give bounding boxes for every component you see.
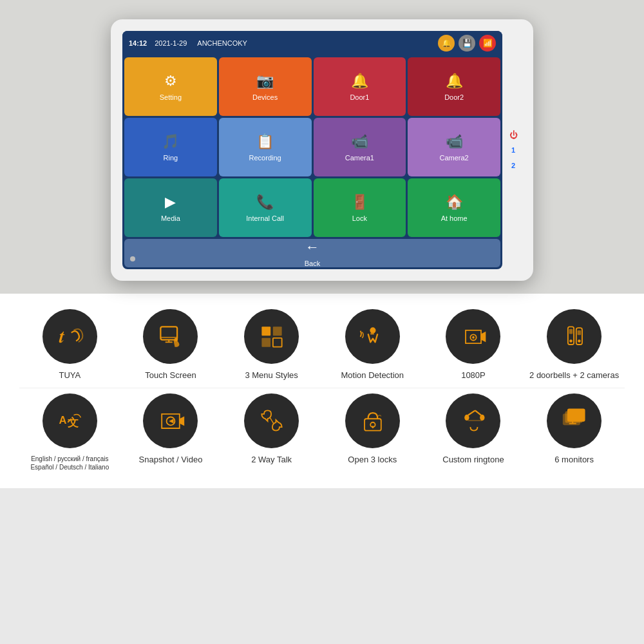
device-indicator-dot (130, 256, 135, 261)
tile-door1[interactable]: 🔔 Door1 (314, 57, 406, 116)
svg-rect-9 (272, 337, 281, 346)
feature-1080p: 1080P (428, 309, 518, 381)
1080p-circle (446, 309, 500, 364)
svg-point-20 (578, 339, 581, 343)
languages-circle: A 文 (43, 393, 97, 448)
side-panel: ⏻ 1 2 (507, 126, 519, 174)
device-frame: 14:12 2021-1-29 ANCHENCOKY 🔔 💾 📶 ⚙ Setti… (111, 19, 533, 281)
tile-lock[interactable]: 🚪 Lock (314, 178, 406, 237)
tile-recording[interactable]: 📋 Recording (219, 118, 312, 176)
svg-rect-6 (261, 327, 270, 336)
tile-devices-label: Devices (252, 93, 278, 101)
2way-label: 2 Way Talk (251, 455, 292, 466)
touch-screen-circle (143, 309, 198, 364)
button-2[interactable]: 2 (507, 160, 519, 171)
locks-circle (345, 393, 400, 448)
tile-setting-label: Setting (160, 93, 182, 101)
menu-styles-circle (244, 309, 299, 364)
power-button[interactable]: ⏻ (507, 129, 519, 140)
svg-rect-37 (567, 410, 584, 421)
1080p-icon (459, 322, 488, 352)
motion-detection-icon (357, 322, 387, 352)
features-row-2: A 文 English / русский / français Español… (19, 393, 625, 471)
snapshot-label: Snapshot / Video (139, 455, 203, 466)
monitors-circle (547, 393, 601, 448)
devices-icon: 📷 (256, 73, 274, 90)
2way-circle (244, 393, 299, 448)
doorbells-label: 2 doorbells + 2 cameras (529, 370, 619, 381)
tile-at-home-label: At home (441, 214, 468, 222)
svg-rect-7 (272, 327, 281, 336)
svg-line-32 (475, 411, 481, 415)
wifi-icon-btn[interactable]: 📶 (479, 35, 496, 52)
snapshot-icon (156, 406, 185, 435)
feature-languages: A 文 English / русский / français Español… (24, 393, 115, 471)
snapshot-circle (143, 393, 198, 448)
svg-point-10 (370, 327, 376, 333)
tile-ring[interactable]: 🎵 Ring (124, 118, 217, 176)
tile-internal-call[interactable]: 📞 Internal Call (219, 178, 312, 237)
tile-door2[interactable]: 🔔 Door2 (408, 57, 500, 116)
motion-detection-label: Motion Detection (341, 370, 404, 381)
svg-text:文: 文 (68, 417, 79, 430)
device-screen: 14:12 2021-1-29 ANCHENCOKY 🔔 💾 📶 ⚙ Setti… (122, 31, 502, 269)
feature-doorbells: 2 doorbells + 2 cameras (529, 309, 620, 381)
at-home-icon: 🏠 (446, 194, 463, 211)
features-divider (19, 388, 625, 388)
camera1-icon: 📹 (351, 133, 368, 150)
menu-styles-icon (257, 322, 287, 352)
svg-point-31 (464, 415, 469, 421)
tile-devices[interactable]: 📷 Devices (219, 57, 312, 116)
tile-door1-label: Door1 (350, 93, 369, 101)
monitors-icon (560, 406, 589, 435)
camera2-icon: 📹 (446, 133, 463, 150)
languages-label: English / русский / français Español / D… (24, 455, 115, 471)
svg-text:A: A (59, 414, 67, 426)
door2-icon: 🔔 (446, 73, 463, 90)
svg-line-30 (468, 411, 475, 415)
touch-screen-label: Touch Screen (145, 370, 196, 381)
tile-media[interactable]: ▶ Media (124, 178, 217, 237)
svg-rect-8 (261, 337, 270, 346)
tile-recording-label: Recording (249, 154, 281, 162)
button-1[interactable]: 1 (507, 144, 519, 156)
tile-ring-label: Ring (164, 154, 178, 162)
svg-text:𝒕: 𝒕 (59, 325, 66, 346)
features-section: 𝒕 TUYA Touch Screen (0, 294, 644, 488)
tile-camera1[interactable]: 📹 Camera1 (314, 118, 406, 176)
touch-screen-icon (156, 322, 185, 352)
tile-internal-call-label: Internal Call (246, 214, 284, 222)
svg-point-17 (569, 339, 573, 343)
tile-media-label: Media (161, 214, 180, 222)
feature-tuya: 𝒕 TUYA (24, 309, 115, 381)
back-icon: ← (305, 239, 319, 256)
feature-2way: 2 Way Talk (227, 393, 317, 466)
ringtone-icon (459, 406, 488, 435)
feature-motion-detection: Motion Detection (327, 309, 417, 381)
tile-camera2[interactable]: 📹 Camera2 (408, 118, 500, 176)
feature-ringtone: Custom ringtone (428, 393, 518, 466)
tile-door2-label: Door2 (444, 93, 464, 101)
feature-menu-styles: 3 Menu Styles (227, 309, 317, 381)
screen-time: 14:12 (129, 39, 147, 47)
locks-label: Open 3 locks (348, 455, 397, 466)
locks-icon (357, 406, 387, 435)
feature-snapshot: Snapshot / Video (126, 393, 216, 466)
feature-monitors: 6 monitors (529, 393, 620, 466)
features-row-1: 𝒕 TUYA Touch Screen (19, 309, 625, 381)
app-grid: ⚙ Setting 📷 Devices 🔔 Door1 🔔 Door2 🎵 (122, 55, 502, 269)
bell-icon-btn[interactable]: 🔔 (438, 35, 455, 52)
languages-icon: A 文 (55, 406, 84, 435)
save-icon-btn[interactable]: 💾 (459, 35, 475, 52)
tile-back[interactable]: ← Back (124, 239, 500, 267)
tile-at-home[interactable]: 🏠 At home (408, 178, 500, 237)
menu-styles-label: 3 Menu Styles (245, 370, 298, 381)
tile-camera1-label: Camera1 (345, 154, 374, 162)
screen-header: 14:12 2021-1-29 ANCHENCOKY 🔔 💾 📶 (122, 31, 502, 55)
svg-point-33 (480, 415, 484, 421)
ringtone-label: Custom ringtone (442, 455, 504, 466)
svg-point-5 (175, 337, 178, 341)
door1-icon: 🔔 (351, 73, 368, 90)
tile-setting[interactable]: ⚙ Setting (124, 57, 217, 116)
tuya-icon: 𝒕 (55, 322, 84, 352)
